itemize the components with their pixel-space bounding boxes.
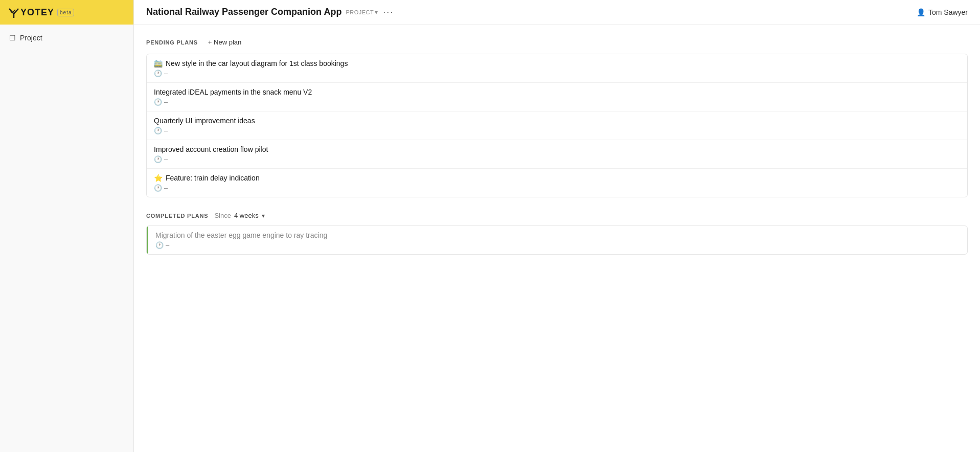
more-options-icon[interactable]: ··· [383,7,394,17]
header-left: National Railway Passenger Companion App… [146,7,394,17]
logo-y-icon [8,6,19,18]
plan-meta-text: – [166,241,169,249]
sidebar-item-project[interactable]: ☐ Project [4,31,129,45]
plan-title-text: Improved account creation flow pilot [154,145,268,153]
chevron-down-icon: ▾ [375,9,378,16]
list-item: Quarterly UI improvement ideas 🕐 – [147,111,967,140]
plan-title-text: Feature: train delay indication [166,174,260,182]
list-item: Migration of the easter egg game engine … [147,226,967,254]
plan-title-text: New style in the car layout diagram for … [166,59,348,67]
plan-meta: 🕐 – [154,184,960,192]
sidebar: YOTEY beta ☐ Project [0,0,134,452]
completed-plans-header: COMPLETED PLANS Since 4 weeks ▾ [146,212,968,219]
main-content: National Railway Passenger Companion App… [134,0,980,452]
app-title: National Railway Passenger Companion App [146,7,341,17]
plan-meta-text: – [164,184,168,192]
clock-icon: 🕐 [154,98,162,106]
header: National Railway Passenger Companion App… [134,0,980,25]
star-emoji-icon: ⭐ [154,174,163,182]
since-chevron-icon: ▾ [262,212,265,219]
since-filter[interactable]: Since 4 weeks ▾ [214,212,264,219]
clock-icon: 🕐 [154,184,162,192]
plan-meta-text: – [164,127,168,134]
plan-meta: 🕐 – [155,241,960,249]
user-icon: 👤 [917,8,925,16]
plan-meta: 🕐 – [154,98,960,106]
plan-meta-text: – [164,155,168,163]
plan-meta: 🕐 – [154,70,960,77]
sidebar-nav: ☐ Project [0,25,133,51]
plan-title: Quarterly UI improvement ideas [154,117,960,125]
train-emoji-icon: 🚞 [154,59,163,67]
list-item: Integrated iDEAL payments in the snack m… [147,83,967,111]
completed-plans-list: Migration of the easter egg game engine … [146,225,968,255]
clock-icon: 🕐 [155,241,164,249]
since-label: Since [214,212,231,219]
clock-icon: 🕐 [154,155,162,163]
logo-area[interactable]: YOTEY beta [0,0,133,25]
plan-meta-text: – [164,70,168,77]
logo: YOTEY beta [8,6,74,18]
plan-meta-text: – [164,98,168,106]
plan-title: Integrated iDEAL payments in the snack m… [154,88,960,96]
clock-icon: 🕐 [154,127,162,134]
user-name: Tom Sawyer [928,8,968,16]
list-item: ⭐ Feature: train delay indication 🕐 – [147,169,967,197]
since-value: 4 weeks [234,212,259,219]
project-icon: ☐ [9,34,16,42]
pending-plans-title: PENDING PLANS [146,39,198,46]
plan-title: Improved account creation flow pilot [154,145,960,153]
sidebar-item-label: Project [20,34,42,42]
plan-meta: 🕐 – [154,127,960,134]
plan-meta: 🕐 – [154,155,960,163]
completed-plans-section: COMPLETED PLANS Since 4 weeks ▾ Migratio… [146,212,968,255]
pending-plans-header: PENDING PLANS + New plan [146,37,968,48]
plan-title-text: Quarterly UI improvement ideas [154,117,255,125]
plan-title-text: Integrated iDEAL payments in the snack m… [154,88,312,96]
new-plan-button[interactable]: + New plan [204,37,245,48]
beta-badge: beta [57,9,74,16]
project-dropdown[interactable]: PROJECT ▾ [346,9,378,16]
plan-title: ⭐ Feature: train delay indication [154,174,960,182]
pending-plans-list: 🚞 New style in the car layout diagram fo… [146,54,968,197]
logo-wordmark: YOTEY [20,7,54,18]
project-tag: PROJECT [346,9,374,15]
completed-plans-title: COMPLETED PLANS [146,213,208,219]
content: PENDING PLANS + New plan 🚞 New style in … [134,25,980,452]
user-area[interactable]: 👤 Tom Sawyer [917,8,968,16]
list-item: Improved account creation flow pilot 🕐 – [147,140,967,169]
plan-title: 🚞 New style in the car layout diagram fo… [154,59,960,67]
list-item: 🚞 New style in the car layout diagram fo… [147,54,967,83]
clock-icon: 🕐 [154,70,162,77]
completed-plan-title: Migration of the easter egg game engine … [155,231,960,239]
